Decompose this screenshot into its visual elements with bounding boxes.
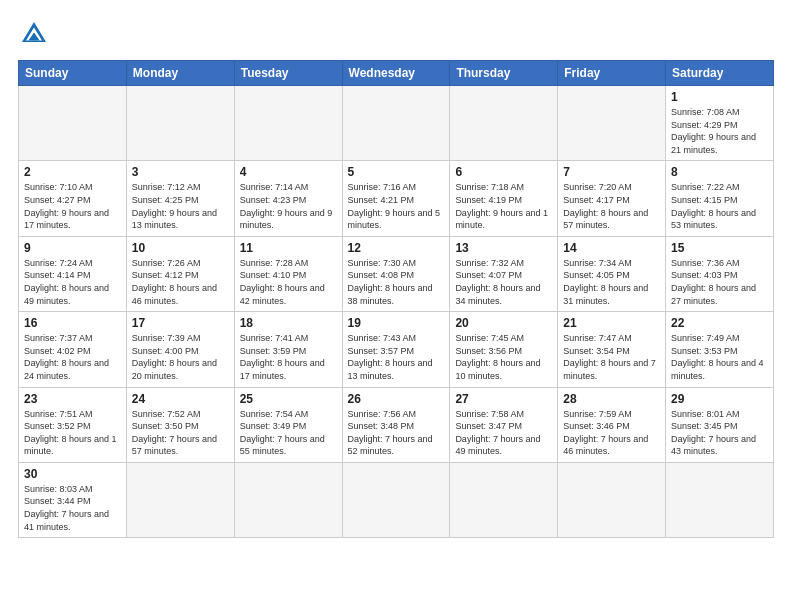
day-number: 9 bbox=[24, 241, 121, 255]
calendar-cell: 19Sunrise: 7:43 AM Sunset: 3:57 PM Dayli… bbox=[342, 312, 450, 387]
day-number: 21 bbox=[563, 316, 660, 330]
day-number: 19 bbox=[348, 316, 445, 330]
day-info: Sunrise: 7:32 AM Sunset: 4:07 PM Dayligh… bbox=[455, 257, 552, 307]
day-number: 2 bbox=[24, 165, 121, 179]
day-number: 5 bbox=[348, 165, 445, 179]
day-number: 3 bbox=[132, 165, 229, 179]
day-info: Sunrise: 7:24 AM Sunset: 4:14 PM Dayligh… bbox=[24, 257, 121, 307]
calendar-header-row: SundayMondayTuesdayWednesdayThursdayFrid… bbox=[19, 61, 774, 86]
calendar-cell bbox=[666, 462, 774, 537]
calendar-cell bbox=[450, 86, 558, 161]
day-number: 20 bbox=[455, 316, 552, 330]
calendar-week-row: 2Sunrise: 7:10 AM Sunset: 4:27 PM Daylig… bbox=[19, 161, 774, 236]
day-of-week-header: Thursday bbox=[450, 61, 558, 86]
day-info: Sunrise: 7:43 AM Sunset: 3:57 PM Dayligh… bbox=[348, 332, 445, 382]
day-of-week-header: Saturday bbox=[666, 61, 774, 86]
day-info: Sunrise: 7:34 AM Sunset: 4:05 PM Dayligh… bbox=[563, 257, 660, 307]
day-of-week-header: Wednesday bbox=[342, 61, 450, 86]
calendar-cell: 14Sunrise: 7:34 AM Sunset: 4:05 PM Dayli… bbox=[558, 236, 666, 311]
calendar-week-row: 16Sunrise: 7:37 AM Sunset: 4:02 PM Dayli… bbox=[19, 312, 774, 387]
day-info: Sunrise: 7:10 AM Sunset: 4:27 PM Dayligh… bbox=[24, 181, 121, 231]
day-of-week-header: Tuesday bbox=[234, 61, 342, 86]
calendar-cell: 6Sunrise: 7:18 AM Sunset: 4:19 PM Daylig… bbox=[450, 161, 558, 236]
calendar-table: SundayMondayTuesdayWednesdayThursdayFrid… bbox=[18, 60, 774, 538]
day-info: Sunrise: 7:39 AM Sunset: 4:00 PM Dayligh… bbox=[132, 332, 229, 382]
day-info: Sunrise: 7:51 AM Sunset: 3:52 PM Dayligh… bbox=[24, 408, 121, 458]
day-number: 30 bbox=[24, 467, 121, 481]
day-of-week-header: Friday bbox=[558, 61, 666, 86]
calendar-cell: 25Sunrise: 7:54 AM Sunset: 3:49 PM Dayli… bbox=[234, 387, 342, 462]
day-number: 17 bbox=[132, 316, 229, 330]
day-info: Sunrise: 7:41 AM Sunset: 3:59 PM Dayligh… bbox=[240, 332, 337, 382]
day-info: Sunrise: 7:58 AM Sunset: 3:47 PM Dayligh… bbox=[455, 408, 552, 458]
day-info: Sunrise: 8:01 AM Sunset: 3:45 PM Dayligh… bbox=[671, 408, 768, 458]
calendar-cell bbox=[342, 86, 450, 161]
day-number: 8 bbox=[671, 165, 768, 179]
calendar-cell: 27Sunrise: 7:58 AM Sunset: 3:47 PM Dayli… bbox=[450, 387, 558, 462]
day-info: Sunrise: 7:49 AM Sunset: 3:53 PM Dayligh… bbox=[671, 332, 768, 382]
day-number: 12 bbox=[348, 241, 445, 255]
day-info: Sunrise: 7:30 AM Sunset: 4:08 PM Dayligh… bbox=[348, 257, 445, 307]
day-info: Sunrise: 7:22 AM Sunset: 4:15 PM Dayligh… bbox=[671, 181, 768, 231]
day-number: 6 bbox=[455, 165, 552, 179]
calendar-cell: 8Sunrise: 7:22 AM Sunset: 4:15 PM Daylig… bbox=[666, 161, 774, 236]
calendar-cell: 24Sunrise: 7:52 AM Sunset: 3:50 PM Dayli… bbox=[126, 387, 234, 462]
day-number: 7 bbox=[563, 165, 660, 179]
calendar-cell: 2Sunrise: 7:10 AM Sunset: 4:27 PM Daylig… bbox=[19, 161, 127, 236]
calendar-cell bbox=[19, 86, 127, 161]
day-info: Sunrise: 8:03 AM Sunset: 3:44 PM Dayligh… bbox=[24, 483, 121, 533]
calendar-cell: 7Sunrise: 7:20 AM Sunset: 4:17 PM Daylig… bbox=[558, 161, 666, 236]
calendar-cell: 21Sunrise: 7:47 AM Sunset: 3:54 PM Dayli… bbox=[558, 312, 666, 387]
logo-icon bbox=[18, 18, 50, 50]
day-number: 11 bbox=[240, 241, 337, 255]
day-info: Sunrise: 7:45 AM Sunset: 3:56 PM Dayligh… bbox=[455, 332, 552, 382]
day-info: Sunrise: 7:56 AM Sunset: 3:48 PM Dayligh… bbox=[348, 408, 445, 458]
calendar-cell: 23Sunrise: 7:51 AM Sunset: 3:52 PM Dayli… bbox=[19, 387, 127, 462]
day-info: Sunrise: 7:20 AM Sunset: 4:17 PM Dayligh… bbox=[563, 181, 660, 231]
calendar-cell: 1Sunrise: 7:08 AM Sunset: 4:29 PM Daylig… bbox=[666, 86, 774, 161]
day-info: Sunrise: 7:12 AM Sunset: 4:25 PM Dayligh… bbox=[132, 181, 229, 231]
day-info: Sunrise: 7:26 AM Sunset: 4:12 PM Dayligh… bbox=[132, 257, 229, 307]
header bbox=[18, 18, 774, 50]
day-number: 27 bbox=[455, 392, 552, 406]
day-number: 22 bbox=[671, 316, 768, 330]
calendar-cell bbox=[234, 462, 342, 537]
day-number: 4 bbox=[240, 165, 337, 179]
day-info: Sunrise: 7:14 AM Sunset: 4:23 PM Dayligh… bbox=[240, 181, 337, 231]
day-number: 16 bbox=[24, 316, 121, 330]
day-info: Sunrise: 7:47 AM Sunset: 3:54 PM Dayligh… bbox=[563, 332, 660, 382]
calendar-cell: 5Sunrise: 7:16 AM Sunset: 4:21 PM Daylig… bbox=[342, 161, 450, 236]
day-info: Sunrise: 7:54 AM Sunset: 3:49 PM Dayligh… bbox=[240, 408, 337, 458]
day-info: Sunrise: 7:18 AM Sunset: 4:19 PM Dayligh… bbox=[455, 181, 552, 231]
day-number: 26 bbox=[348, 392, 445, 406]
calendar-cell: 20Sunrise: 7:45 AM Sunset: 3:56 PM Dayli… bbox=[450, 312, 558, 387]
day-info: Sunrise: 7:36 AM Sunset: 4:03 PM Dayligh… bbox=[671, 257, 768, 307]
calendar-cell bbox=[234, 86, 342, 161]
calendar-cell bbox=[126, 86, 234, 161]
calendar-cell: 15Sunrise: 7:36 AM Sunset: 4:03 PM Dayli… bbox=[666, 236, 774, 311]
calendar-week-row: 30Sunrise: 8:03 AM Sunset: 3:44 PM Dayli… bbox=[19, 462, 774, 537]
day-number: 15 bbox=[671, 241, 768, 255]
calendar-cell: 18Sunrise: 7:41 AM Sunset: 3:59 PM Dayli… bbox=[234, 312, 342, 387]
calendar-cell: 22Sunrise: 7:49 AM Sunset: 3:53 PM Dayli… bbox=[666, 312, 774, 387]
calendar-cell bbox=[558, 86, 666, 161]
calendar-cell: 30Sunrise: 8:03 AM Sunset: 3:44 PM Dayli… bbox=[19, 462, 127, 537]
day-number: 13 bbox=[455, 241, 552, 255]
calendar-cell bbox=[450, 462, 558, 537]
calendar-cell: 3Sunrise: 7:12 AM Sunset: 4:25 PM Daylig… bbox=[126, 161, 234, 236]
calendar-cell: 13Sunrise: 7:32 AM Sunset: 4:07 PM Dayli… bbox=[450, 236, 558, 311]
day-number: 18 bbox=[240, 316, 337, 330]
calendar-week-row: 9Sunrise: 7:24 AM Sunset: 4:14 PM Daylig… bbox=[19, 236, 774, 311]
day-number: 28 bbox=[563, 392, 660, 406]
day-info: Sunrise: 7:37 AM Sunset: 4:02 PM Dayligh… bbox=[24, 332, 121, 382]
day-number: 23 bbox=[24, 392, 121, 406]
day-of-week-header: Sunday bbox=[19, 61, 127, 86]
day-number: 10 bbox=[132, 241, 229, 255]
calendar-cell: 16Sunrise: 7:37 AM Sunset: 4:02 PM Dayli… bbox=[19, 312, 127, 387]
calendar-cell: 4Sunrise: 7:14 AM Sunset: 4:23 PM Daylig… bbox=[234, 161, 342, 236]
day-number: 24 bbox=[132, 392, 229, 406]
calendar-cell: 12Sunrise: 7:30 AM Sunset: 4:08 PM Dayli… bbox=[342, 236, 450, 311]
calendar-week-row: 1Sunrise: 7:08 AM Sunset: 4:29 PM Daylig… bbox=[19, 86, 774, 161]
calendar-cell: 9Sunrise: 7:24 AM Sunset: 4:14 PM Daylig… bbox=[19, 236, 127, 311]
calendar-cell: 26Sunrise: 7:56 AM Sunset: 3:48 PM Dayli… bbox=[342, 387, 450, 462]
